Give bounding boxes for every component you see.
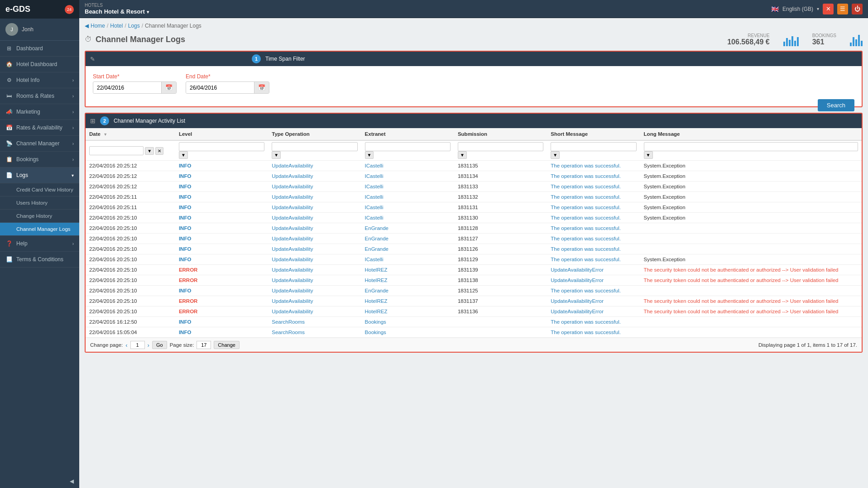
sidebar-item-hotel-info[interactable]: ⚙ Hotel Info › [0,72,79,88]
sidebar-item-bookings[interactable]: 📋 Bookings › [0,152,79,167]
sidebar-item-dashboard[interactable]: ⊞ Dashboard [0,41,79,57]
type-link[interactable]: UpdateAvailability [272,215,313,220]
type-link[interactable]: UpdateAvailability [272,184,313,189]
language-selector[interactable]: English (GB) [782,6,813,12]
table-row[interactable]: 22/04/2016 20:25:11 INFO UpdateAvailabil… [86,192,862,202]
sidebar-sub-item-change-history[interactable]: Change History [0,210,79,223]
go-button[interactable]: Go [152,341,167,349]
sidebar-item-terms[interactable]: 📃 Terms & Conditions [0,252,79,268]
sidebar-item-marketing[interactable]: 📣 Marketing › [0,104,79,120]
sidebar-item-rates-availability[interactable]: 📅 Rates & Availability › [0,120,79,136]
level-filter-input[interactable] [179,142,264,151]
type-link[interactable]: UpdateAvailability [272,277,313,283]
table-row[interactable]: 22/04/2016 20:25:10 ERROR UpdateAvailabi… [86,265,862,275]
type-link[interactable]: UpdateAvailability [272,298,313,304]
table-row[interactable]: 22/04/2016 20:25:10 ERROR UpdateAvailabi… [86,306,862,317]
table-row[interactable]: 22/04/2016 15:05:04 INFO SearchRooms Boo… [86,327,862,338]
extranet-filter-btn[interactable]: ▼ [365,151,374,159]
date-filter-btn[interactable]: ▼ [145,147,154,155]
change-page-size-button[interactable]: Change [214,341,240,349]
table-row[interactable]: 22/04/2016 20:25:10 INFO UpdateAvailabil… [86,254,862,265]
dropdown-icon[interactable]: ▾ [147,10,149,14]
topbar-btn-menu[interactable]: ☰ [837,4,848,14]
sidebar-item-help[interactable]: ❓ Help › [0,236,79,252]
table-row[interactable]: 22/04/2016 20:25:11 INFO UpdateAvailabil… [86,202,862,213]
sidebar-sub-item-users-history[interactable]: Users History [0,196,79,210]
type-link[interactable]: SearchRooms [272,319,305,325]
page-size-input[interactable] [197,341,211,349]
breadcrumb-logs[interactable]: Logs [128,23,140,29]
sidebar-item-channel-manager[interactable]: 📡 Channel Manager › [0,136,79,152]
table-row[interactable]: 22/04/2016 20:25:10 ERROR UpdateAvailabi… [86,296,862,306]
table-row[interactable]: 22/04/2016 20:25:10 ERROR UpdateAvailabi… [86,275,862,286]
calendar-icon[interactable]: 📅 [161,82,176,93]
table-row[interactable]: 22/04/2016 20:25:12 INFO UpdateAvailabil… [86,171,862,182]
date-filter-clear[interactable]: ✕ [155,147,163,155]
cell-short-msg: The operation was successful. [547,192,640,202]
submission-filter-input[interactable] [458,142,543,151]
next-page-button[interactable]: › [148,342,149,349]
type-link[interactable]: UpdateAvailability [272,205,313,210]
type-link[interactable]: UpdateAvailability [272,236,313,241]
cell-level: INFO [175,254,268,265]
breadcrumb-hotel[interactable]: Hotel [110,23,123,29]
topbar-btn-power[interactable]: ⏻ [852,4,863,14]
breadcrumb-home[interactable]: Home [91,23,105,29]
collapse-sidebar-button[interactable]: ◀ [0,474,79,488]
cell-short-msg: The operation was successful. [547,327,640,338]
sidebar-sub-item-channel-manager-logs[interactable]: Channel Manager Logs [0,223,79,236]
table-row[interactable]: 22/04/2016 16:12:50 INFO SearchRooms Boo… [86,317,862,327]
type-link[interactable]: SearchRooms [272,330,305,335]
type-link[interactable]: UpdateAvailability [272,225,313,231]
type-link[interactable]: UpdateAvailability [272,173,313,179]
extranet-filter-input[interactable] [365,142,451,151]
chart-bar [850,43,852,46]
search-button[interactable]: Search [818,99,854,111]
type-link[interactable]: UpdateAvailability [272,288,313,293]
prev-page-button[interactable]: ‹ [125,342,127,349]
long-filter-btn[interactable]: ▼ [644,151,653,159]
table-row[interactable]: 22/04/2016 20:25:10 INFO UpdateAvailabil… [86,223,862,234]
sidebar-item-rooms-rates[interactable]: 🛏 Rooms & Rates › [0,88,79,104]
table-row[interactable]: 22/04/2016 20:25:12 INFO UpdateAvailabil… [86,161,862,171]
level-filter-btn[interactable]: ▼ [179,151,188,159]
long-message: System.Exception [644,163,686,168]
table-row[interactable]: 22/04/2016 20:25:10 INFO UpdateAvailabil… [86,234,862,244]
type-filter-input[interactable] [272,142,357,151]
table-row[interactable]: 22/04/2016 20:25:10 INFO UpdateAvailabil… [86,244,862,254]
type-link[interactable]: UpdateAvailability [272,194,313,200]
date-filter-input[interactable] [89,146,144,155]
short-filter-input[interactable] [551,142,636,151]
topbar-btn-x[interactable]: ✕ [823,4,834,14]
long-filter-input[interactable] [644,142,858,151]
type-link[interactable]: UpdateAvailability [272,246,313,252]
cell-type: UpdateAvailability [268,286,361,296]
page-number-input[interactable] [130,341,145,349]
long-message: System.Exception [644,194,686,200]
table-row[interactable]: 22/04/2016 20:25:12 INFO UpdateAvailabil… [86,182,862,192]
calendar-icon[interactable]: 📅 [254,82,269,93]
short-message: The operation was successful. [551,215,621,220]
change-page-label: Change page: [90,342,123,348]
type-link[interactable]: UpdateAvailability [272,257,313,262]
sidebar-item-hotel-dashboard[interactable]: 🏠 Hotel Dashboard [0,57,79,72]
type-link[interactable]: UpdateAvailability [272,309,313,314]
back-icon[interactable]: ◀ [85,23,89,29]
filter-submission-cell: ▼ [454,140,547,161]
type-link[interactable]: UpdateAvailability [272,267,313,273]
type-filter-btn[interactable]: ▼ [272,151,281,159]
cell-type: UpdateAvailability [268,254,361,265]
notification-badge[interactable]: 24 [65,5,74,14]
type-link[interactable]: UpdateAvailability [272,163,313,168]
short-filter-btn[interactable]: ▼ [551,151,560,159]
table-row[interactable]: 22/04/2016 20:25:10 INFO UpdateAvailabil… [86,213,862,223]
sort-icon[interactable]: ▼ [103,132,107,137]
sidebar-item-logs[interactable]: 📄 Logs ▾ [0,167,79,183]
sidebar-sub-label: Credit Card View History [16,187,73,192]
end-date-input[interactable] [186,82,254,93]
submission-filter-btn[interactable]: ▼ [458,151,467,159]
long-message: The security token could not be authenti… [644,267,839,273]
sidebar-sub-item-credit-card[interactable]: Credit Card View History [0,183,79,196]
table-row[interactable]: 22/04/2016 20:25:10 INFO UpdateAvailabil… [86,286,862,296]
start-date-input[interactable] [93,82,161,93]
